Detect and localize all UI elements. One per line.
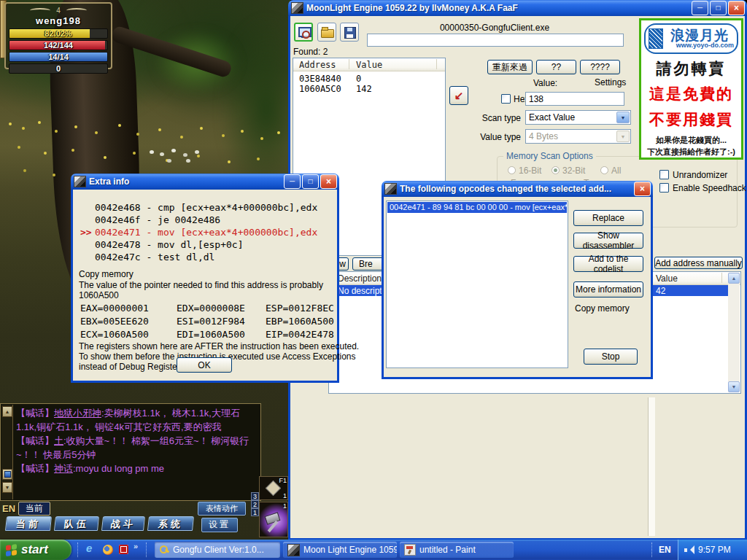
value-column-header[interactable]: Value	[356, 60, 382, 70]
player-status-panel: 4 weng198 82.02% 142/144 14/14 0	[4, 2, 112, 69]
close-button[interactable]: ×	[728, 1, 745, 15]
chat-speaker[interactable]: 土	[54, 435, 63, 446]
scroll-up-icon[interactable]: ▲	[728, 273, 740, 284]
speedhack-checkbox[interactable]	[659, 183, 669, 192]
address-cell[interactable]: 03E84840	[299, 74, 341, 84]
add-to-codelist-button[interactable]: Add to the codelist	[573, 256, 643, 272]
hex-checkbox[interactable]	[501, 94, 511, 104]
emote-button[interactable]: 表情动作	[198, 502, 246, 516]
extra-bar: 0	[9, 63, 108, 74]
copy-to-table-button[interactable]: ↙	[449, 86, 468, 105]
save-table-button[interactable]	[340, 23, 359, 42]
scroll-down-icon[interactable]: ▼	[728, 381, 740, 392]
extra-info-titlebar[interactable]: Extra info ─ □ ×	[71, 174, 339, 190]
stop-button[interactable]: Stop	[584, 349, 638, 365]
minimize-button[interactable]: ─	[284, 174, 301, 189]
seal-stamp-icon[interactable]	[119, 545, 128, 554]
task-gongfu-client[interactable]: Gongfu Client Ver:1.0...	[155, 542, 280, 558]
chat-channel-selector[interactable]: 当前	[18, 502, 50, 516]
hotbar-slot-f1[interactable]: F1 1	[259, 476, 288, 500]
chat-channel: 【喊话】	[16, 463, 54, 474]
add-address-manually-button[interactable]: Add address manually	[654, 257, 743, 269]
close-button[interactable]: ×	[320, 174, 337, 189]
ad-banner[interactable]: 浪漫月光 www.yoyo-do.com 請勿轉賣 這是免費的 不要用錢買 如果…	[639, 18, 743, 160]
chat-scroll-up-icon[interactable]: ▲	[2, 406, 12, 417]
register-value: EBP=1060A500	[266, 316, 334, 327]
show-disassembler-button[interactable]: Show disassembler	[573, 233, 643, 249]
player-level: 4	[56, 7, 61, 15]
opcodes-titlebar[interactable]: The following opcodes changed the select…	[382, 181, 653, 197]
open-table-button[interactable]	[317, 23, 336, 42]
column-divider[interactable]	[349, 59, 349, 69]
chat-line: 【喊话】地狱小邪神:卖柳树枝1.1k， 桃木1.1k,大理石1.1k,铜矿石1.…	[16, 406, 258, 434]
description-column-header[interactable]: Description	[338, 273, 382, 284]
close-button[interactable]: ×	[634, 182, 651, 196]
chat-channel-toggle[interactable]	[2, 469, 12, 480]
tab-settings[interactable]: 设置	[201, 518, 238, 532]
chat-speaker[interactable]: 地狱小邪神	[54, 408, 101, 419]
chat-scroll-down-icon[interactable]: ▼	[2, 482, 12, 493]
register-value: EIP=0042E478	[266, 329, 334, 340]
next-scan-button[interactable]: ??	[536, 60, 576, 74]
opcodes-body: 0042e471 - 89 94 81 bc 00 00 00 - mov [e…	[382, 197, 653, 379]
tab-system[interactable]: 系统	[147, 516, 194, 531]
firefox-icon[interactable]	[103, 545, 113, 555]
value-cell[interactable]: 0	[356, 74, 361, 84]
moonlight-app-icon	[287, 544, 300, 556]
hp-bar: 142/144	[9, 40, 108, 50]
value-cell[interactable]: 142	[356, 84, 372, 94]
list-header[interactable]: Address Value	[293, 58, 445, 71]
clock[interactable]: 9:57 PM	[698, 545, 731, 555]
task-paint[interactable]: untitled - Paint	[400, 542, 514, 558]
moonlight-titlebar[interactable]: MoonLight Engine 1059.22 by IlvMoney A.K…	[288, 0, 747, 16]
more-information-button[interactable]: More information	[573, 281, 643, 298]
cheat-table-scrollbar[interactable]: ▲ ▼	[728, 273, 740, 392]
settings-label[interactable]: Settings	[595, 77, 626, 88]
column-divider[interactable]	[436, 59, 437, 69]
maximize-button[interactable]: □	[302, 174, 319, 189]
internet-explorer-icon[interactable]: e	[86, 542, 98, 553]
pointer-hint-line2: 1060A500	[79, 290, 119, 300]
mp-bar: 14/14	[9, 52, 108, 62]
scan-type-dropdown[interactable]: Exact Value ▼	[525, 110, 631, 125]
value-column-header[interactable]: Value	[656, 273, 678, 284]
tab-party[interactable]: 队伍	[54, 516, 99, 531]
value-input[interactable]: 138	[525, 92, 624, 106]
ad-url: www.yoyo-do.com	[665, 42, 734, 49]
ok-button[interactable]: OK	[177, 357, 232, 373]
volume-icon[interactable]	[684, 545, 694, 555]
radio-32bit	[551, 166, 560, 174]
register-value: ECX=1060A500	[80, 329, 149, 340]
start-button[interactable]: start	[0, 540, 71, 560]
new-scan-button[interactable]: 重新來過	[487, 60, 533, 74]
address-cell[interactable]: 1060A5C0	[299, 84, 341, 94]
scan-progress-box[interactable]	[367, 34, 624, 47]
undo-scan-button[interactable]: ????	[580, 60, 620, 74]
open-folder-icon	[321, 29, 334, 38]
quick-launch-overflow-icon[interactable]: »	[133, 542, 145, 553]
replace-button[interactable]: Replace	[573, 210, 643, 226]
opcode-selected-row[interactable]: 0042e471 - 89 94 81 bc 00 00 00 - mov [e…	[387, 202, 567, 213]
maximize-button[interactable]: □	[710, 1, 727, 15]
ime-indicator: EN	[2, 503, 15, 514]
select-process-button[interactable]	[294, 23, 313, 42]
address-column-header[interactable]: Address	[299, 60, 336, 70]
chevron-down-icon[interactable]: ▼	[616, 112, 630, 123]
task-moonlight-engine[interactable]: Moon Light Engine 1059	[283, 542, 397, 558]
minimize-button[interactable]: ─	[692, 1, 708, 15]
app-icon	[384, 183, 397, 195]
unrandomizer-checkbox[interactable]	[659, 170, 669, 179]
chat-speaker[interactable]: 神话	[54, 463, 73, 474]
hotbar-slot-hammer[interactable]: 1	[259, 502, 288, 537]
radio-all-label: All	[611, 166, 621, 176]
asm-line: 0042e46f - je 0042e486	[80, 214, 220, 225]
column-divider[interactable]	[721, 273, 722, 283]
language-indicator[interactable]: EN	[659, 545, 671, 555]
panel-edge	[648, 397, 655, 536]
task-label: untitled - Paint	[419, 545, 476, 555]
tab-combat[interactable]: 战斗	[101, 516, 145, 531]
tab-current[interactable]: 当前	[5, 516, 52, 531]
value-type-value: 4 Bytes	[529, 131, 558, 141]
chat-scrollbar[interactable]: ▲ ▼	[1, 405, 13, 499]
opcodes-list[interactable]: 0042e471 - 89 94 81 bc 00 00 00 - mov [e…	[386, 201, 568, 368]
